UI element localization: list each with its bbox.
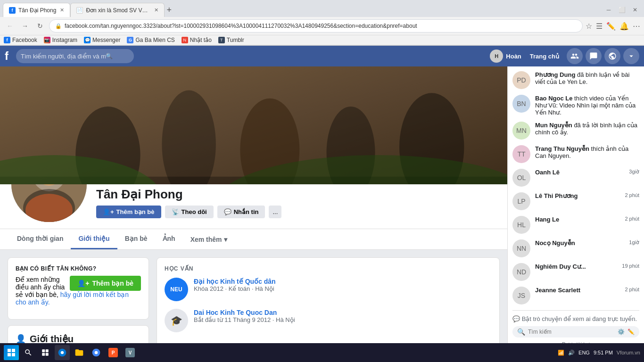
chat-search-input[interactable]	[528, 329, 615, 335]
tab-1-close[interactable]: ✕	[60, 7, 64, 13]
bookmark-gabamiencS[interactable]: G Ga Ba Mien CS	[127, 37, 174, 43]
search-taskbar-icon	[24, 348, 33, 357]
file-explorer-icon[interactable]	[72, 345, 87, 360]
edu-name-link-2[interactable]: Dai Hoc Kinh Te Quoc Dan	[194, 309, 277, 316]
extension-icon[interactable]: ✏️	[606, 22, 616, 31]
fb-search-button[interactable]: 🔍	[106, 53, 113, 59]
chat-settings-icon[interactable]: ⚙️	[618, 329, 625, 335]
edu-name-1: Đại học Kinh tế Quốc dân	[194, 278, 276, 285]
chat-edit-icon[interactable]: ✏️	[627, 329, 635, 335]
sidebar-time-5: 19 phút	[622, 263, 639, 269]
follow-button[interactable]: 📡 Theo dõi	[165, 206, 214, 218]
add-friend-green-button[interactable]: 👤+ Thêm bạn bè	[70, 276, 141, 291]
bookmark-gabamiencS-icon: G	[127, 37, 133, 43]
tab-ban-be[interactable]: Bạn bè	[117, 229, 155, 249]
chat-online-text: 💬 Bật trò chuyện để xem ai đang trực tuy…	[512, 315, 639, 322]
taskbar-time: 9:51 PM	[594, 350, 613, 355]
tab-dong-thoi-gian[interactable]: Dòng thời gian	[9, 229, 71, 249]
sidebar-text-1: Phương Dung đã bình luận về bài viết của…	[535, 71, 639, 85]
bookmarks-bar: f Facebook 📷 Instagram 💬 Messenger G Ga …	[0, 35, 644, 45]
bookmark-nhattao[interactable]: N Nhật tảo	[182, 37, 212, 43]
fb-nav-home[interactable]: Trang chủ	[527, 53, 562, 60]
fb-globe-icon[interactable]	[604, 48, 620, 64]
chevron-down-icon: ▾	[224, 236, 227, 243]
profile-name: Tân Đại Phong	[96, 187, 498, 202]
address-bar[interactable]: 🔒 facebook.com/tan.nguyenngoc.3323/about…	[49, 19, 583, 33]
star-icon[interactable]: ☆	[586, 22, 592, 31]
add-friend-green-label: Thêm bạn bè	[92, 280, 133, 287]
more-actions-button[interactable]: ...	[269, 206, 281, 218]
fb-search-box[interactable]: 🔍	[16, 49, 134, 63]
bookmark-facebook[interactable]: f Facebook	[4, 37, 37, 43]
bookmark-instagram-icon: 📷	[44, 37, 50, 43]
bookmark-facebook-icon: f	[4, 37, 10, 43]
chrome-browser-icon	[91, 348, 101, 357]
back-button[interactable]: ←	[4, 20, 16, 32]
tab-gioi-thieu[interactable]: Giới thiệu	[71, 229, 117, 249]
bookmark-tumblr[interactable]: T Tumblr	[218, 37, 244, 43]
sidebar-chat-3: HL Hang Le 2 phút	[512, 216, 639, 234]
facebook-app: f 🔍 H Hoàn Trang chủ	[0, 46, 644, 362]
fb-chat-icon[interactable]	[586, 48, 602, 64]
app-icon-6[interactable]: V	[123, 345, 138, 360]
windows-start-button[interactable]	[4, 345, 19, 360]
edu-name-link-1[interactable]: Đại học Kinh tế Quốc dân	[194, 278, 276, 285]
sidebar-chat-text-1: Oanh Lê	[535, 169, 624, 176]
restore-button[interactable]: ⬜	[616, 4, 628, 16]
tab-2[interactable]: 📄 Đơn xin là Smod SV VNF pu ✕	[70, 3, 165, 17]
chat-search-box[interactable]: 🔍 ⚙️ ✏️	[512, 326, 639, 337]
tab-2-label: Đơn xin là Smod SV VNF pu	[86, 7, 150, 14]
tab-favicon-2: 📄	[76, 7, 83, 14]
address-text: facebook.com/tan.nguyenngoc.3323/about?l…	[65, 23, 417, 29]
edu-info-2: Dai Hoc Kinh Te Quoc Dan Bắt đầu từ 11 T…	[194, 309, 295, 323]
menu-icon[interactable]: ⋯	[633, 22, 640, 31]
sidebar-chat-text-4: Nocọ Nguyễn	[535, 239, 624, 247]
chat-section: 💬 Bật trò chuyện để xem ai đang trực tuy…	[512, 310, 639, 347]
settings-icon[interactable]: ☰	[596, 22, 603, 31]
fb-search-input[interactable]	[21, 53, 106, 60]
profile-actions: 👤+ Thêm bạn bè 📡 Theo dõi 💬 Nhắn tin	[96, 206, 498, 218]
chrome-icon[interactable]	[89, 345, 104, 360]
tab-xem-them[interactable]: Xem thêm ▾	[183, 229, 235, 249]
fb-dropdown-icon[interactable]	[623, 48, 639, 64]
more-actions-label: ...	[272, 208, 278, 215]
notification-icon[interactable]: 🔔	[619, 22, 629, 31]
svg-rect-16	[8, 353, 11, 356]
sidebar-activity-2: BN Bao Ngoc Le thích video của Yến Như V…	[512, 95, 639, 116]
svg-point-23	[95, 351, 98, 354]
svg-rect-17	[12, 353, 15, 356]
fb-user-name: Hoàn	[506, 53, 521, 60]
forward-button[interactable]: →	[19, 20, 31, 32]
minimize-button[interactable]: ─	[603, 4, 615, 16]
message-button[interactable]: 💬 Nhắn tin	[217, 206, 265, 218]
bookmark-messenger[interactable]: 💬 Messenger	[84, 37, 120, 43]
add-friend-icon: 👤+	[103, 208, 114, 215]
fb-logo: f	[5, 49, 8, 63]
tab-1[interactable]: f Tân Đại Phong ✕	[3, 3, 70, 17]
bookmark-instagram[interactable]: 📷 Instagram	[44, 37, 77, 43]
taskbar: P V 📶 🔊 ENG 9:51 PM Vforum.vn	[0, 343, 644, 362]
profile-area: Tân Đại Phong 👤+ Thêm bạn bè 📡 Theo dõi …	[0, 184, 507, 229]
add-friend-button[interactable]: 👤+ Thêm bạn bè	[96, 206, 161, 218]
edu-logo-2: 🎓	[165, 309, 188, 332]
app-icon-5[interactable]: P	[106, 345, 121, 360]
new-tab-button[interactable]: +	[166, 6, 172, 14]
bookmark-messenger-label: Messenger	[92, 37, 120, 43]
taskview-button[interactable]	[38, 345, 53, 360]
cover-photo	[0, 66, 507, 184]
edge-icon[interactable]	[55, 345, 70, 360]
taskbar-right: 📶 🔊 ENG 9:51 PM Vforum.vn	[558, 350, 640, 356]
svg-text:V: V	[129, 350, 132, 355]
tab-anh[interactable]: Ảnh	[155, 229, 183, 249]
fb-nav-user[interactable]: H Hoàn	[487, 49, 524, 63]
task-search-button[interactable]	[21, 345, 36, 360]
close-window-button[interactable]: ✕	[629, 4, 641, 16]
activity-feed: PD Phương Dung đã bình luận về bài viết …	[512, 71, 639, 304]
refresh-button[interactable]: ↻	[34, 20, 46, 32]
edu-name-2: Dai Hoc Kinh Te Quoc Dan	[194, 309, 295, 316]
tab-1-label: Tân Đại Phong	[18, 7, 56, 14]
browser-right-icons: ☆ ☰ ✏️ 🔔 ⋯	[586, 22, 640, 31]
sidebar-avatar-3: MN	[512, 122, 530, 140]
fb-friends-icon[interactable]	[567, 48, 583, 64]
tab-2-close[interactable]: ✕	[154, 7, 158, 13]
